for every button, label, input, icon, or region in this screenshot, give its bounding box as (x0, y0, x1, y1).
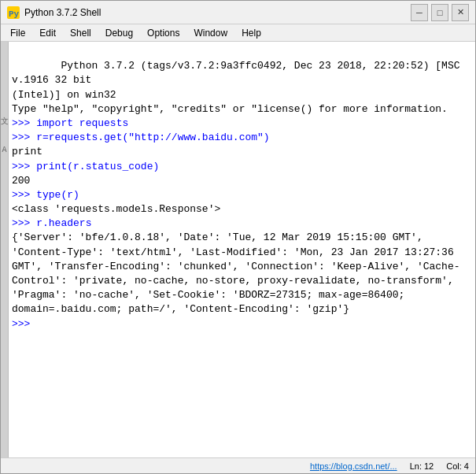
menu-file[interactable]: File (4, 26, 31, 40)
shell-output: Python 3.7.2 (tags/v3.7.2:9a3ffc0492, De… (12, 45, 470, 346)
shell-wrapper: 文 A Python 3.7.2 (tags/v3.7.2:9a3ffc0492… (1, 42, 475, 457)
marker-6: 文 (1, 114, 8, 128)
main-window: Py Python 3.7.2 Shell ─ □ ✕ File Edit Sh… (0, 0, 476, 474)
python-version-line: Python 3.7.2 (tags/v3.7.2:9a3ffc0492, De… (12, 60, 466, 115)
marker-3 (1, 72, 8, 86)
status-link[interactable]: https://blog.csdn.net/... (310, 461, 397, 471)
status-code-output: 200 (12, 175, 30, 187)
title-bar: Py Python 3.7.2 Shell ─ □ ✕ (1, 1, 475, 24)
left-markers: 文 A (1, 42, 9, 457)
menu-debug[interactable]: Debug (99, 26, 139, 40)
marker-4 (1, 86, 8, 100)
cmd-type: type(r) (36, 189, 79, 201)
shell-content-area[interactable]: Python 3.7.2 (tags/v3.7.2:9a3ffc0492, De… (9, 42, 475, 457)
menu-shell[interactable]: Shell (64, 26, 98, 40)
window-title: Python 3.7.2 Shell (24, 7, 411, 18)
close-button[interactable]: ✕ (452, 4, 469, 21)
menu-help[interactable]: Help (235, 26, 268, 40)
status-bar: https://blog.csdn.net/... Ln: 12 Col: 4 (1, 457, 475, 473)
menu-window[interactable]: Window (187, 26, 234, 40)
cmd-get: r=requests.get("http://www.baidu.com") (36, 131, 269, 143)
type-output: <class 'requests.models.Response'> (12, 203, 220, 215)
cmd-print-status: print(r.status_code) (36, 161, 159, 172)
menu-bar: File Edit Shell Debug Options Window Hel… (1, 24, 475, 42)
print-output: print (12, 146, 42, 157)
marker-1 (1, 43, 8, 57)
marker-8: A (1, 143, 8, 157)
status-ln: Ln: 12 (410, 461, 434, 471)
python-icon: Py (7, 6, 20, 19)
minimize-button[interactable]: ─ (411, 4, 428, 21)
prompt-final: >>> (12, 318, 36, 330)
marker-2 (1, 57, 8, 72)
menu-options[interactable]: Options (141, 26, 186, 40)
marker-7 (1, 128, 8, 143)
cmd-import: import requests (36, 117, 128, 129)
prompt-3: >>> (12, 161, 36, 172)
headers-output: {'Server': 'bfe/1.0.8.18', 'Date': 'Tue,… (12, 231, 460, 315)
cmd-headers: r.headers (36, 217, 91, 229)
prompt-4: >>> (12, 189, 36, 201)
marker-5 (1, 100, 8, 114)
prompt-2: >>> (12, 131, 36, 143)
prompt-5: >>> (12, 217, 36, 229)
prompt-1: >>> (12, 117, 36, 129)
maximize-button[interactable]: □ (431, 4, 448, 21)
status-col: Col: 4 (446, 461, 469, 471)
svg-text:Py: Py (9, 9, 20, 19)
menu-edit[interactable]: Edit (33, 26, 62, 40)
window-controls: ─ □ ✕ (411, 4, 469, 21)
